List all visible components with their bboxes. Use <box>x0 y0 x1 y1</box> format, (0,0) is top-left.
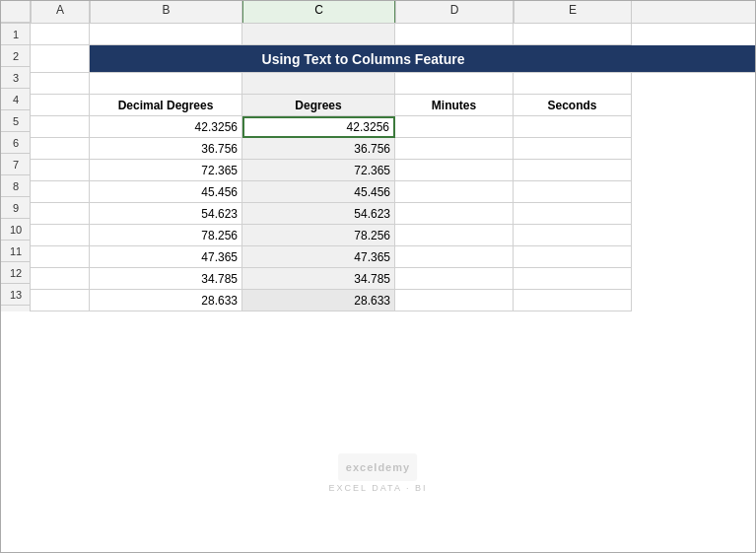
cell-d12[interactable] <box>395 268 514 290</box>
table-row: Decimal Degrees Degrees Minutes Seconds <box>31 95 755 116</box>
cell-b7[interactable]: 72.365 <box>90 160 242 181</box>
cell-e9[interactable] <box>514 203 632 225</box>
table-row: 45.456 45.456 <box>31 181 755 203</box>
row-num-3[interactable]: 3 <box>1 67 31 89</box>
table-row: 34.785 34.785 <box>31 268 755 290</box>
cell-b13[interactable]: 28.633 <box>90 290 242 311</box>
cell-d8[interactable] <box>395 181 514 203</box>
table-row <box>31 24 755 45</box>
cell-c9[interactable]: 54.623 <box>242 203 395 225</box>
row-num-10[interactable]: 10 <box>1 219 31 241</box>
cell-e12[interactable] <box>514 268 632 290</box>
cell-b12[interactable]: 34.785 <box>90 268 242 290</box>
cell-c10[interactable]: 78.256 <box>242 225 395 246</box>
cell-e2[interactable] <box>637 45 755 73</box>
cell-c6[interactable]: 36.756 <box>242 138 395 160</box>
cell-a10[interactable] <box>31 225 90 246</box>
cell-a2[interactable] <box>31 45 90 73</box>
cell-b3[interactable] <box>90 73 242 95</box>
row-num-12[interactable]: 12 <box>1 262 31 284</box>
row-num-7[interactable]: 7 <box>1 154 31 175</box>
row-num-1[interactable]: 1 <box>1 24 31 45</box>
spreadsheet-title: Using Text to Columns Feature <box>90 45 637 73</box>
cell-b6[interactable]: 36.756 <box>90 138 242 160</box>
cell-c1[interactable] <box>242 24 395 45</box>
cell-d4[interactable]: Minutes <box>395 95 514 116</box>
row-num-6[interactable]: 6 <box>1 132 31 154</box>
cell-c12[interactable]: 34.785 <box>242 268 395 290</box>
cell-d10[interactable] <box>395 225 514 246</box>
cell-e5[interactable] <box>514 116 632 138</box>
cell-e8[interactable] <box>514 181 632 203</box>
cell-a7[interactable] <box>31 160 90 181</box>
cell-d1[interactable] <box>395 24 514 45</box>
cell-c3[interactable] <box>242 73 395 95</box>
cell-e10[interactable] <box>514 225 632 246</box>
col-header-c[interactable]: C <box>242 1 395 23</box>
col-header-d[interactable]: D <box>395 1 514 23</box>
cell-a12[interactable] <box>31 268 90 290</box>
cell-e4[interactable]: Seconds <box>514 95 632 116</box>
cell-d7[interactable] <box>395 160 514 181</box>
table-row <box>31 73 755 95</box>
cell-d9[interactable] <box>395 203 514 225</box>
cell-b11[interactable]: 47.365 <box>90 246 242 268</box>
watermark-sub: EXCEL DATA · BI <box>329 483 428 493</box>
cell-b10[interactable]: 78.256 <box>90 225 242 246</box>
cell-a9[interactable] <box>31 203 90 225</box>
cell-d11[interactable] <box>395 246 514 268</box>
table-row: Using Text to Columns Feature <box>31 45 755 73</box>
cell-c11[interactable]: 47.365 <box>242 246 395 268</box>
table-row: 28.633 28.633 <box>31 290 755 311</box>
row-num-4[interactable]: 4 <box>1 89 31 110</box>
table-row: 47.365 47.365 <box>31 246 755 268</box>
table-row: 54.623 54.623 <box>31 203 755 225</box>
cell-e13[interactable] <box>514 290 632 311</box>
cell-a11[interactable] <box>31 246 90 268</box>
cell-a8[interactable] <box>31 181 90 203</box>
col-header-a[interactable]: A <box>31 1 90 23</box>
cell-d5[interactable] <box>395 116 514 138</box>
grid: Using Text to Columns Feature Decimal De… <box>31 24 755 311</box>
cell-e1[interactable] <box>514 24 632 45</box>
cell-a5[interactable] <box>31 116 90 138</box>
col-header-b[interactable]: B <box>90 1 242 23</box>
cell-d13[interactable] <box>395 290 514 311</box>
cell-c7[interactable]: 72.365 <box>242 160 395 181</box>
cell-b5[interactable]: 42.3256 <box>90 116 242 138</box>
row-num-5[interactable]: 5 <box>1 110 31 132</box>
cell-e7[interactable] <box>514 160 632 181</box>
cell-c13[interactable]: 28.633 <box>242 290 395 311</box>
cell-c4[interactable]: Degrees <box>242 95 395 116</box>
cell-a6[interactable] <box>31 138 90 160</box>
col-header-e[interactable]: E <box>514 1 632 23</box>
cell-e6[interactable] <box>514 138 632 160</box>
table-row: 36.756 36.756 <box>31 138 755 160</box>
spreadsheet: A B C D E 1 2 3 4 5 6 7 8 9 10 11 12 13 <box>0 0 756 553</box>
cell-c8[interactable]: 45.456 <box>242 181 395 203</box>
cell-a3[interactable] <box>31 73 90 95</box>
table-row: 72.365 72.365 <box>31 160 755 181</box>
watermark-logo: exceldemy <box>338 453 417 481</box>
row-num-11[interactable]: 11 <box>1 241 31 262</box>
cell-a13[interactable] <box>31 290 90 311</box>
table-row: 42.3256 42.3256 <box>31 116 755 138</box>
table-row: 78.256 78.256 <box>31 225 755 246</box>
row-num-2[interactable]: 2 <box>1 45 31 67</box>
cell-e11[interactable] <box>514 246 632 268</box>
row-num-13[interactable]: 13 <box>1 284 31 306</box>
row-numbers: 1 2 3 4 5 6 7 8 9 10 11 12 13 <box>1 24 31 311</box>
watermark: exceldemy EXCEL DATA · BI <box>329 453 428 493</box>
cell-d3[interactable] <box>395 73 514 95</box>
cell-a1[interactable] <box>31 24 90 45</box>
cell-d6[interactable] <box>395 138 514 160</box>
cell-e3[interactable] <box>514 73 632 95</box>
cell-c5[interactable]: 42.3256 <box>242 116 395 138</box>
row-num-9[interactable]: 9 <box>1 197 31 219</box>
cell-b8[interactable]: 45.456 <box>90 181 242 203</box>
row-num-8[interactable]: 8 <box>1 175 31 197</box>
cell-a4[interactable] <box>31 95 90 116</box>
cell-b9[interactable]: 54.623 <box>90 203 242 225</box>
cell-b1[interactable] <box>90 24 242 45</box>
cell-b4[interactable]: Decimal Degrees <box>90 95 242 116</box>
